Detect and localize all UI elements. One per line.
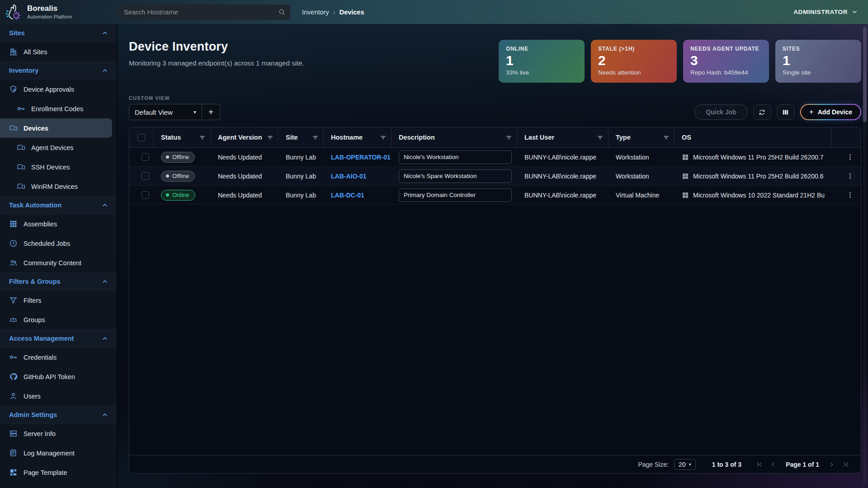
chevron-up-icon xyxy=(101,411,108,418)
devices-icon xyxy=(17,182,25,191)
sidebar-item-label: Agent Devices xyxy=(31,144,74,151)
sidebar-section-admin-settings[interactable]: Admin Settings xyxy=(0,406,117,424)
row-menu-button[interactable] xyxy=(844,170,856,182)
column-header-agent-version[interactable]: Agent Version xyxy=(211,127,278,147)
sidebar-section-access-management[interactable]: Access Management xyxy=(0,329,117,347)
pagination-bar: Page Size: 20 ▾ 1 to 3 of 3 Page 1 of 1 xyxy=(129,455,861,473)
section-label: Access Management xyxy=(9,335,74,342)
sidebar-section-filters-groups[interactable]: Filters & Groups xyxy=(0,272,117,291)
column-header-site[interactable]: Site xyxy=(278,127,324,147)
filter-icon[interactable] xyxy=(199,134,206,141)
column-header-status[interactable]: Status xyxy=(154,127,211,147)
os-cell: Microsoft Windows 11 Pro 25H2 Build 2620… xyxy=(693,173,823,180)
user-menu-label: ADMINISTRATOR xyxy=(793,9,848,15)
add-view-button[interactable]: + xyxy=(202,104,220,120)
sidebar-item-label: Community Content xyxy=(24,259,81,267)
row-checkbox[interactable] xyxy=(142,153,149,161)
stat-value: 1 xyxy=(506,52,577,69)
first-page-icon[interactable] xyxy=(756,461,763,468)
column-header-hostname[interactable]: Hostname xyxy=(324,127,392,147)
building-icon xyxy=(9,47,18,56)
pagination-summary: 1 to 3 of 3 xyxy=(712,461,741,468)
brand-subtitle: Automation Platform xyxy=(27,14,72,19)
sidebar-item-ssh-devices[interactable]: SSH Devices xyxy=(0,157,117,177)
filter-icon[interactable] xyxy=(312,134,319,141)
filter-icon[interactable] xyxy=(663,134,670,141)
description-input[interactable] xyxy=(399,150,512,164)
sidebar-item-log-management[interactable]: Log Management xyxy=(0,443,117,463)
sidebar-item-users[interactable]: Users xyxy=(0,386,117,406)
page-size-select[interactable]: 20 ▾ xyxy=(674,459,696,470)
previous-page-icon[interactable] xyxy=(769,461,777,468)
sidebar-section-sites[interactable]: Sites xyxy=(0,24,117,42)
sidebar-item-label: Server Info xyxy=(24,430,56,437)
sidebar-item-all-sites[interactable]: All Sites xyxy=(0,42,117,61)
columns-icon xyxy=(782,108,789,116)
column-header-os[interactable]: OS xyxy=(675,127,832,147)
filter-icon[interactable] xyxy=(267,134,274,141)
refresh-button[interactable] xyxy=(753,104,771,120)
hostname-link[interactable]: LAB-OPERATOR-01 xyxy=(331,154,391,161)
row-checkbox[interactable] xyxy=(142,191,149,199)
section-label: Admin Settings xyxy=(9,411,57,418)
kebab-icon xyxy=(846,153,854,161)
sidebar-section-task-automation[interactable]: Task Automation xyxy=(0,196,117,214)
sidebar-item-groups[interactable]: Groups xyxy=(0,310,117,329)
sidebar-item-agent-devices[interactable]: Agent Devices xyxy=(0,138,117,157)
os-cell: Microsoft Windows 10 2022 Standard 21H2 … xyxy=(693,192,825,199)
last-page-icon[interactable] xyxy=(842,461,849,468)
sidebar-item-winrm-devices[interactable]: WinRM Devices xyxy=(0,177,117,196)
sidebar-item-label: WinRM Devices xyxy=(31,183,78,190)
sidebar-item-page-template[interactable]: Page Template xyxy=(0,463,117,482)
column-header-last-user[interactable]: Last User xyxy=(517,127,609,147)
sidebar-item-github-api-token[interactable]: GitHub API Token xyxy=(0,367,117,386)
agent-version-cell: Needs Updated xyxy=(211,192,278,199)
filter-icon[interactable] xyxy=(380,134,387,141)
sidebar-item-label: Page Template xyxy=(24,469,67,476)
next-page-icon[interactable] xyxy=(828,461,835,468)
sidebar-item-assemblies[interactable]: Assemblies xyxy=(0,214,117,234)
filter-icon[interactable] xyxy=(505,134,512,141)
caret-down-icon: ▾ xyxy=(689,462,691,467)
custom-view-select[interactable]: Default View ▾ xyxy=(129,104,202,120)
hostname-search[interactable] xyxy=(118,5,290,20)
description-input[interactable] xyxy=(399,188,512,202)
filter-icon[interactable] xyxy=(597,134,604,141)
sidebar-item-server-info[interactable]: Server Info xyxy=(0,424,117,443)
row-menu-button[interactable] xyxy=(844,189,856,201)
sidebar-item-enrollment-codes[interactable]: Enrollment Codes xyxy=(0,99,117,118)
chevron-down-icon xyxy=(851,9,858,15)
column-header-type[interactable]: Type xyxy=(609,127,675,147)
columns-button[interactable] xyxy=(777,104,795,120)
select-all-checkbox[interactable] xyxy=(137,134,145,141)
sidebar-item-community-content[interactable]: Community Content xyxy=(0,253,117,272)
windows-icon xyxy=(682,173,689,180)
row-menu-button[interactable] xyxy=(844,151,856,163)
breadcrumb-devices[interactable]: Devices xyxy=(340,9,364,16)
description-input[interactable] xyxy=(399,169,512,183)
stat-sub: 33% live xyxy=(506,69,577,76)
scrollbar-thumb[interactable] xyxy=(863,27,867,122)
search-input[interactable] xyxy=(124,8,278,16)
breadcrumb: Inventory › Devices xyxy=(302,8,364,16)
sidebar-item-devices[interactable]: Devices xyxy=(0,118,112,138)
borealis-rabbit-logo xyxy=(5,3,23,21)
hostname-link[interactable]: LAB-AIO-01 xyxy=(331,173,367,180)
add-device-button[interactable]: + Add Device xyxy=(800,104,861,120)
chevron-up-icon xyxy=(101,202,108,209)
kebab-icon xyxy=(846,172,854,180)
row-checkbox[interactable] xyxy=(142,172,149,180)
sidebar-item-filters[interactable]: Filters xyxy=(0,291,117,310)
sidebar-section-inventory[interactable]: Inventory xyxy=(0,61,117,80)
column-header-description[interactable]: Description xyxy=(392,127,517,147)
groups-icon xyxy=(9,315,18,324)
quick-job-button[interactable]: Quick Job xyxy=(694,104,748,120)
sidebar-item-scheduled-jobs[interactable]: Scheduled Jobs xyxy=(0,234,117,253)
sidebar-item-device-approvals[interactable]: Device Approvals xyxy=(0,80,117,99)
sidebar-item-credentials[interactable]: Credentials xyxy=(0,347,117,367)
status-badge: Offline xyxy=(161,171,195,182)
breadcrumb-inventory[interactable]: Inventory xyxy=(302,9,329,16)
breadcrumb-separator: › xyxy=(333,8,335,16)
hostname-link[interactable]: LAB-DC-01 xyxy=(331,192,364,199)
user-menu[interactable]: ADMINISTRATOR xyxy=(793,9,858,15)
